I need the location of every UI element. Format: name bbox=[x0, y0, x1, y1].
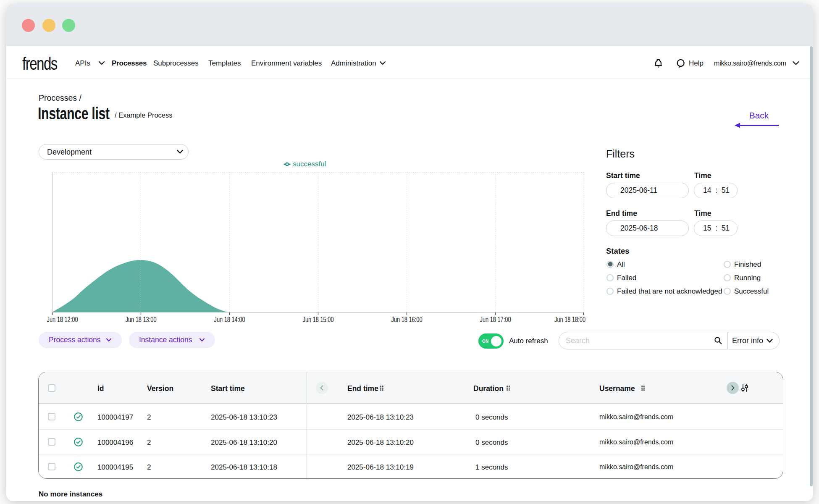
svg-text:Jun 18 14:00: Jun 18 14:00 bbox=[214, 315, 245, 324]
svg-text:Jun 18 17:00: Jun 18 17:00 bbox=[480, 315, 511, 324]
svg-text:Jun 18 18:00: Jun 18 18:00 bbox=[554, 315, 585, 324]
svg-text:Jun 18 12:00: Jun 18 12:00 bbox=[47, 315, 78, 324]
svg-text:Jun 18 16:00: Jun 18 16:00 bbox=[391, 315, 423, 324]
svg-text:Jun 18 13:00: Jun 18 13:00 bbox=[126, 315, 157, 324]
svg-text:Jun 18 15:00: Jun 18 15:00 bbox=[303, 315, 334, 324]
